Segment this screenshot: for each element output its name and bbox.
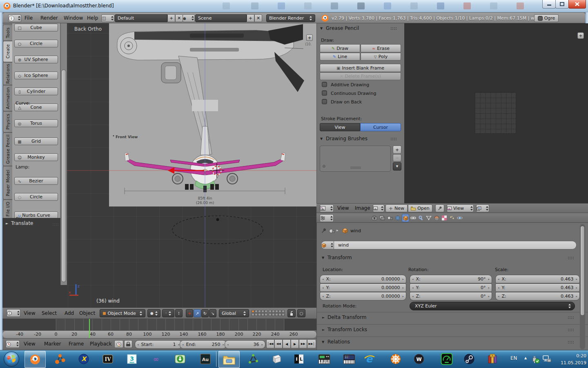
gp-line-button[interactable]: ✎Line xyxy=(320,53,360,61)
tab-constraints[interactable] xyxy=(410,214,417,222)
tab-render-layers[interactable] xyxy=(379,214,386,222)
delete-frames-button[interactable]: ✕Delete Frame(s) xyxy=(320,72,401,80)
add-circle-button[interactable]: ○Circle xyxy=(14,40,58,47)
object-name-field[interactable]: wind xyxy=(334,241,577,249)
pivot-point-dropdown[interactable]: ◦ xyxy=(162,309,174,317)
editor-type-image-button[interactable] xyxy=(320,204,334,212)
transform-orientation-dropdown[interactable]: Global xyxy=(219,309,249,317)
menu-file[interactable]: File xyxy=(24,15,33,21)
redo-panel-grip[interactable] xyxy=(52,223,59,226)
current-frame-field[interactable]: ◂36▸ xyxy=(225,340,265,349)
tab-object[interactable] xyxy=(402,214,409,222)
tab-world[interactable] xyxy=(394,214,401,222)
rotation-y-field[interactable]: ◂Y:0°▸ xyxy=(410,283,492,292)
viewport-menu-object[interactable]: Object xyxy=(79,310,95,316)
manipulator-toggle-button[interactable]: + xyxy=(186,309,193,317)
next-keyframe-button[interactable]: ▶▶ xyxy=(299,339,307,348)
relations-arrow[interactable]: ▼ xyxy=(322,340,324,344)
delta-transform-panel[interactable]: Delta Transform xyxy=(327,314,367,320)
tab-scene[interactable] xyxy=(386,214,394,222)
tab-data[interactable] xyxy=(425,214,432,222)
transform-panel-grip[interactable] xyxy=(568,256,574,260)
minimize-button[interactable] xyxy=(542,0,556,9)
unlink-scene-button[interactable]: ✕ xyxy=(254,14,262,22)
render-slot-button[interactable] xyxy=(476,204,489,212)
editor-type-3dview-button[interactable] xyxy=(7,309,20,317)
insert-blank-frame-button[interactable]: ▣Insert Blank Frame xyxy=(320,64,401,72)
redo-panel-title[interactable]: Translate xyxy=(11,220,33,226)
transform-panel-arrow[interactable]: ▼ xyxy=(322,256,324,260)
image-pin-button[interactable] xyxy=(435,204,444,212)
grease-pencil-panel-arrow[interactable]: ▼ xyxy=(320,27,323,30)
timeline-lock-button[interactable] xyxy=(124,340,132,348)
proportional-edit-button[interactable]: ○ xyxy=(297,309,305,317)
taskbar-blender[interactable] xyxy=(24,351,46,368)
taskbar-wheel-app[interactable] xyxy=(385,351,406,367)
language-indicator[interactable]: EN xyxy=(510,355,517,361)
maximize-button[interactable] xyxy=(555,0,569,9)
properties-scrollbar-thumb[interactable] xyxy=(580,226,585,316)
tab-paper-model[interactable]: Paper Model xyxy=(3,166,13,200)
tab-material[interactable] xyxy=(433,214,440,222)
timeline-menu-playback[interactable]: Playback xyxy=(90,341,112,347)
taskbar-visual-studio[interactable]: ∞ xyxy=(146,351,166,367)
viewport-menu-add[interactable]: Add xyxy=(65,310,74,316)
editor-type-properties-button[interactable] xyxy=(320,214,334,222)
menu-render[interactable]: Render xyxy=(40,15,58,21)
layers-widget-right[interactable] xyxy=(269,310,285,316)
translate-manipulator-button[interactable]: ↗ xyxy=(194,309,201,317)
add-torus-button[interactable]: ◎Torus xyxy=(14,119,58,127)
taskbar-triangle-app[interactable] xyxy=(243,351,263,367)
stroke-cursor-button[interactable]: Cursor xyxy=(360,123,401,131)
ogre-toggle-button[interactable]: Ogre xyxy=(534,14,559,22)
tab-texture[interactable] xyxy=(441,214,448,222)
tray-usb-icon[interactable] xyxy=(531,354,541,364)
sync-playback-button[interactable] xyxy=(114,340,123,348)
taskbar-steam[interactable] xyxy=(459,351,479,367)
scene-field[interactable]: Scene xyxy=(195,14,247,22)
mode-dropdown[interactable]: ■Object Mode xyxy=(100,309,145,317)
play-button[interactable]: ▶ xyxy=(291,339,299,348)
editor-type-timeline-button[interactable] xyxy=(6,340,20,348)
relations-panel[interactable]: Relations xyxy=(327,339,350,345)
close-button[interactable] xyxy=(568,0,586,9)
location-y-field[interactable]: ◂Y:0.00000▸ xyxy=(320,283,406,292)
menu-help[interactable]: Help xyxy=(87,15,98,21)
add-curve-circle-button[interactable]: ◌Circle xyxy=(14,193,58,201)
drawing-brushes-panel-grip[interactable] xyxy=(390,137,397,141)
layers-widget-left[interactable] xyxy=(252,310,267,316)
image-view-mode-dropdown[interactable]: View xyxy=(447,204,474,212)
grease-pencil-panel-title[interactable]: Grease Pencil xyxy=(326,25,359,31)
start-button[interactable] xyxy=(3,351,20,367)
scale-z-field[interactable]: ◂Z:0.463▸ xyxy=(495,292,580,301)
taskbar-windscribe[interactable]: W xyxy=(409,351,429,367)
lock-to-scene-button[interactable] xyxy=(287,309,296,317)
brush-specials-dropdown[interactable]: ▼ xyxy=(393,162,401,171)
taskbar-gauge-app[interactable] xyxy=(437,351,457,367)
gp-draw-button[interactable]: ✎Draw xyxy=(320,44,360,52)
delta-transform-grip[interactable] xyxy=(568,316,574,319)
timeline-menu-marker[interactable]: Marker xyxy=(44,341,61,347)
editor-type-info-button[interactable]: i xyxy=(8,14,21,22)
breadcrumb-pin-icon[interactable] xyxy=(321,228,327,234)
gp-erase-button[interactable]: ≈Erase xyxy=(361,44,401,52)
scale-manipulator-button[interactable]: ↘ xyxy=(209,309,216,317)
add-bezier-button[interactable]: ∿Bezier xyxy=(14,177,58,185)
tray-expand-arrow[interactable]: ▲ xyxy=(524,356,527,360)
toolshelf-scrollbar-thumb[interactable] xyxy=(61,70,66,282)
viewport-shading-dropdown[interactable]: ● xyxy=(147,309,160,317)
taskbar-internet-explorer[interactable]: e xyxy=(359,351,380,367)
tray-clock[interactable]: 0:2011.05.2019 xyxy=(552,352,586,366)
image-menu-image[interactable]: Image xyxy=(355,205,370,211)
remove-brush-button[interactable]: − xyxy=(393,154,401,162)
brush-list-resize-handle[interactable] xyxy=(350,167,361,168)
add-brush-button[interactable]: + xyxy=(393,146,401,154)
add-scene-button[interactable]: + xyxy=(247,14,254,22)
tray-network-icon[interactable] xyxy=(542,354,552,364)
taskbar-idm[interactable] xyxy=(170,351,190,367)
scene-icon-button[interactable]: ● xyxy=(183,14,195,22)
rotation-x-field[interactable]: ◂X:90°▸ xyxy=(410,275,492,283)
frame-start-field[interactable]: ◂Start:1▸ xyxy=(135,340,182,349)
tab-grease-pencil[interactable]: Grease Pencil xyxy=(3,132,13,166)
image-menu-view[interactable]: View xyxy=(337,205,349,211)
